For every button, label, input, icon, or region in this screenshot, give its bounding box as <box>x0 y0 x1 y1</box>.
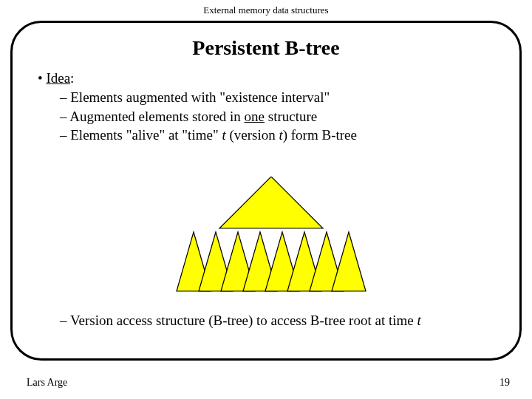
small-triangle-icon <box>332 232 366 291</box>
sub-bullet-4: – Version access structure (B-tree) to a… <box>60 313 497 329</box>
sub2-one: one <box>245 109 265 124</box>
top-triangle-icon <box>219 177 323 228</box>
sub-bullet-1: – Elements augmented with "existence int… <box>60 88 497 107</box>
sub4-t: t <box>417 313 420 328</box>
course-header: External memory data structures <box>0 4 532 16</box>
sub-bullet-3: – Elements "alive" at "time" t (version … <box>60 126 497 145</box>
sub-bullet-2: – Augmented elements stored in one struc… <box>60 107 497 126</box>
slide-frame: Persistent B-tree • Idea: – Elements aug… <box>10 21 522 361</box>
sub2-c: structure <box>265 109 317 124</box>
bullet-idea-label: Idea <box>46 70 70 86</box>
footer-page-number: 19 <box>499 377 510 389</box>
bottom-triangles-row <box>177 232 366 291</box>
sub4-a: – Version access structure (B-tree) to a… <box>60 313 417 328</box>
slide-title: Persistent B-tree <box>35 36 497 60</box>
sub3-c: (version <box>226 127 279 143</box>
footer-author: Lars Arge <box>27 377 67 389</box>
bullet-idea-colon: : <box>70 70 74 86</box>
sub2-a: – Augmented elements stored in <box>60 109 245 124</box>
bullet-marker: • <box>38 70 46 86</box>
btree-diagram <box>175 177 367 295</box>
sub3-a: – Elements "alive" at "time" <box>60 127 222 143</box>
bullet-idea: • Idea: <box>38 70 497 86</box>
sub3-e: ) form B-tree <box>283 127 357 143</box>
